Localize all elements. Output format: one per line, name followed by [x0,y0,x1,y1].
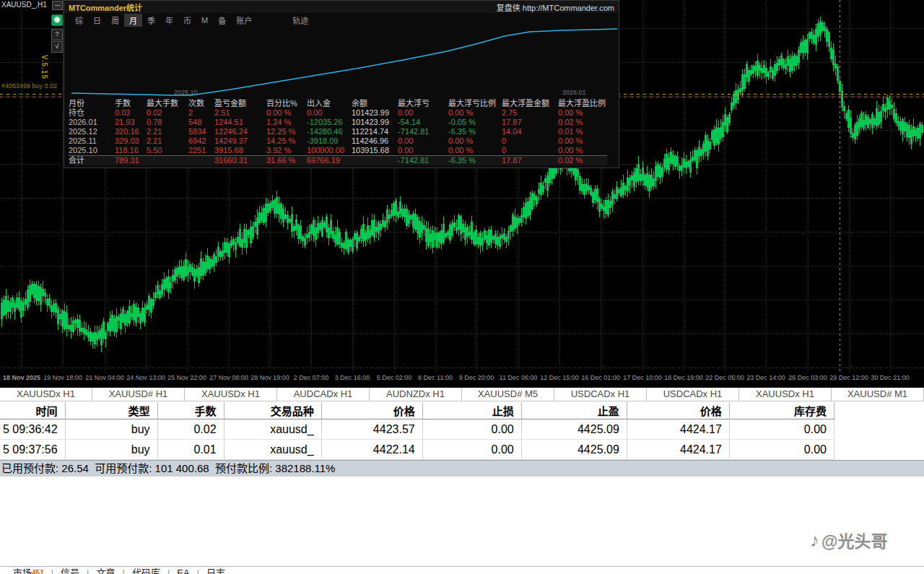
stats-cell: -54.14 [398,118,448,127]
panel-menu-item[interactable]: M [196,15,213,25]
stats-row: 2026.0121.930.785481244.511.24 %-12035.2… [69,118,607,127]
trade-cell: 5 09:37:56 [0,440,65,460]
panel-minimize-button[interactable]: — [52,1,63,10]
trade-row[interactable]: 5 09:36:42buy0.02xauusd_4423.570.004425.… [0,419,834,440]
trade-header: 手数 [157,402,224,419]
time-axis-label: 18 Nov 2025 [3,374,40,381]
chart-tab[interactable]: XAUUSDx H1 [739,388,832,401]
panel-menu-item[interactable]: 周 [106,14,124,27]
panel-menu-item[interactable]: 月 [124,14,142,27]
trade-panel: 时间类型手数交易品种价格止损止盈价格库存费 5 09:36:42buy0.02x… [0,402,834,460]
trade-cell: 4424.17 [627,419,729,440]
trade-body: 5 09:36:42buy0.02xauusd_4423.570.004425.… [0,419,834,460]
stats-cell: 0.00 [398,146,448,156]
version-label: V.5.15 [40,55,48,79]
chart-tab[interactable]: XAUUSD# M5 [462,388,554,401]
stats-cell: 2.21 [147,136,188,146]
trade-header: 类型 [65,402,157,419]
chart-tab[interactable]: XAUUSD# H1 [92,388,185,401]
time-axis-label: 30 Dec 21:00 [871,374,910,381]
trade-header: 止损 [422,402,521,419]
panel-menu-item[interactable]: 备 [213,14,231,27]
stats-cell: 0.00 % [558,146,607,156]
equity-axis-label-2: 2026.01 [562,89,586,96]
panel-menu-item[interactable]: 日 [88,14,106,27]
bottom-tab-market[interactable]: 市场451 [6,567,51,574]
stats-cell: 69766.19 [307,156,352,166]
chart-tab[interactable]: USDCADx H1 [554,388,647,401]
mt4-window: 18 Nov 202519 Nov 18:0021 Nov 04:0024 No… [0,0,924,574]
account-status-bar: 已用预付款: 26.54 可用预付款: 101 400.68 预付款比例: 38… [0,460,924,477]
help-button[interactable]: ? [51,29,63,40]
panel-menu-item[interactable]: 账户 [231,14,257,27]
panel-menu-item[interactable]: 综 [70,14,88,27]
stats-row: 持仓0.030.0222.510.00 %0.00101423.990.000.… [69,108,607,118]
stats-cell: 0.02 % [558,118,607,127]
bottom-tab[interactable]: 代码库 [125,567,167,574]
trade-header: 价格 [321,402,422,419]
stats-header: 最大手数 [147,99,188,108]
stats-cell: 0 [502,146,558,156]
stats-cell: 114246.96 [352,136,398,146]
stats-cell: 31.66 % [266,156,307,166]
period-separator-line [840,0,840,373]
chart-tab[interactable]: XAUUSDx H1 [0,388,92,401]
bottom-tab[interactable]: 日志 [199,567,232,574]
panel-menu-item[interactable]: 季 [142,14,160,27]
trade-cell: 0.00 [729,419,834,440]
trade-cell: 4424.17 [627,440,729,460]
stats-cell: 0.03 [115,108,147,118]
stats-cell: 548 [188,118,214,127]
panel-menu-item[interactable]: 币 [178,14,196,27]
panel-brand-link[interactable]: 复盘侠 http://MTCommander.com [497,1,614,13]
stats-cell: 31660.31 [214,156,266,166]
stats-cell: 0.00 [398,136,448,146]
chart-tab[interactable]: USDCADx H1 [647,388,739,401]
stats-cell: 2025.12 [69,127,115,136]
stats-cell: 17.87 [502,156,558,166]
chart-tab[interactable]: XAUUSD# M1 [832,388,924,401]
bottom-tab[interactable]: 文章 [90,567,123,574]
trade-row[interactable]: 5 09:37:56buy0.01xauusd_4422.140.004425.… [0,440,834,460]
stats-cell: 0.00 % [558,136,607,146]
trade-header: 时间 [0,402,65,419]
stats-cell: 0.02 [147,108,188,118]
ea-indicator-icon[interactable] [51,14,63,26]
trade-header: 库存费 [729,402,834,419]
time-axis-label: 27 Nov 08:00 [209,374,248,381]
panel-menu-item[interactable]: 年 [160,14,178,27]
equity-svg [64,27,619,97]
stats-cell: 2.21 [147,127,188,136]
stats-cell: -12035.26 [307,118,352,127]
chart-tab[interactable]: AUDNZDx H1 [370,388,462,401]
time-axis-label: 9 Dec 20:00 [459,374,494,381]
stats-header: 最大浮盈比例 [558,99,607,108]
stats-row: 合计789.3131660.3131.66 %69766.19-7142.81-… [69,156,607,166]
confirm-button[interactable]: √ [51,41,63,53]
market-badge: 451 [32,569,44,574]
stats-cell: 0.00 % [448,136,502,146]
chart-tab[interactable]: XAUUSDx H1 [185,388,277,401]
stats-cell: 2026.01 [69,118,115,127]
stats-cell: -6.35 % [448,127,502,136]
stats-header: 盈亏金额 [214,99,266,108]
stats-cell: -0.05 % [448,118,502,127]
stats-cell: -14280.46 [307,127,352,136]
bottom-tab[interactable]: 信号 [53,567,87,574]
trade-cell: buy [65,419,157,440]
time-axis-label: 28 Nov 19:00 [250,374,289,381]
chart-tab[interactable]: AUDCADx H1 [277,388,370,401]
stats-cell: 21.93 [115,118,147,127]
stats-header: 次数 [188,99,214,108]
stats-cell: -7142.81 [398,127,448,136]
trade-cell: 0.00 [422,419,521,440]
stats-cell [352,156,398,166]
panel-title: MTCommander统计 [69,1,142,13]
stats-cell: 合计 [69,156,115,166]
stats-table: 月份手数最大手数次数盈亏金额百分比%出入金余额最大浮亏最大浮亏比例最大浮盈金额最… [69,99,607,165]
bottom-tab[interactable]: EA [170,567,196,574]
time-axis-label: 12 Dec 15:00 [540,374,579,381]
panel-menu-item[interactable]: 轨迹 [287,14,313,27]
stats-cell: 5934 [188,127,214,136]
stats-cell: 0.00 % [448,108,502,118]
